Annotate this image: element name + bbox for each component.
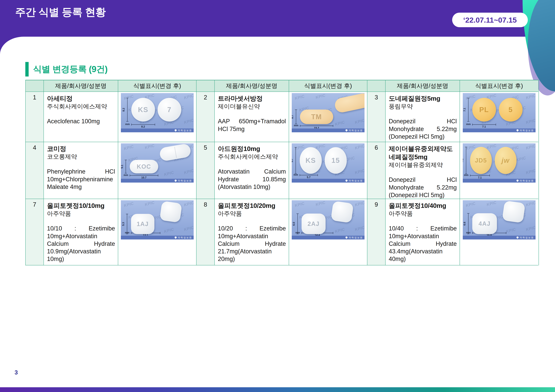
measure-label: 7.1 [482,125,486,128]
photo-credit-bar: 약학정보원 [121,128,194,132]
entry-number-cell: 1 [26,92,44,142]
kpic-logo-icon [345,179,348,182]
kpic-watermark: KPIC [294,94,305,101]
pill: 1AJ [131,214,154,234]
kpic-watermark: KPIC [486,200,497,207]
vertical-measure: 5.7 [296,147,296,174]
horizontal-measure: 10.7mm [130,175,158,176]
company-name: 제이더블유신약 [218,103,286,110]
col-header-blank [197,80,215,92]
kpic-watermark: KPIC [144,200,155,207]
entry-info-cell: 아드원정10mg주식회사케이에스제약Atorvastatin Calcium H… [215,142,289,199]
ingredient-text: 10/10 : Ezetimibe 10mg+Atorvastatin Calc… [47,225,115,263]
photo-credit-bar: 약학정보원 [121,236,194,239]
page-number: 3 [15,369,18,376]
company-name: 풍림무약 [389,103,457,110]
entry-number-cell: 8 [197,199,215,265]
product-name: 트라마셋서방정 [218,94,286,103]
measure-line [468,98,468,121]
photo-credit-bar: 약학정보원 [292,236,365,239]
measure-label: 5.7 [292,158,294,162]
photo-credit-text: 약학정보원 [349,179,363,182]
mm-unit-label: mm [296,231,300,234]
photo-credit-text: 약학정보원 [349,236,363,239]
photo-credit-text: 약학정보원 [520,129,534,132]
ingredient-text: Donepezil HCl Monohydrate 5.22mg (Donepe… [389,117,457,140]
entry-number-cell: 6 [367,142,386,199]
pill: KS [131,98,155,121]
measure-line [466,147,466,174]
kpic-watermark: KPIC [505,227,516,234]
kpic-logo-icon [517,129,518,132]
pill: JD5 [470,147,492,174]
pill: PL [472,98,496,121]
pill-imprint: 4AJ [479,220,491,227]
pill-imprint: JD5 [475,157,487,164]
photo-credit-text: 약학정보원 [178,236,192,239]
company-name: 아주약품 [47,210,115,217]
vertical-measure: 7.1 [466,147,466,174]
measure-line [296,147,296,174]
pill-photo: KPICKPICKPICKPICKPICKPICKPICKPICKPICKPIC… [292,200,365,239]
pill [334,93,364,114]
col-header-blank [26,80,44,92]
col-header-mark: 식별표시(변경 후) [118,80,197,92]
entry-number-cell: 3 [367,92,386,142]
col-header-product: 제품/회사명/성분명 [44,80,118,92]
measure-label: 8.2 [141,125,145,128]
vertical-measure: 5.1 [126,160,126,173]
photo-credit-bar: 약학정보원 [121,179,194,183]
kpic-watermark: KPIC [354,118,365,125]
measure-line [127,214,127,234]
ingredient-text: Donepezil HCl Monohydrate 5.22mg (Donepe… [389,176,457,199]
entry-info-cell: 아세티정주식회사케이에스제약Aceclofenac 100mg [44,92,118,142]
kpic-watermark: KPIC [183,93,194,100]
pill-imprint: 2AJ [307,221,320,227]
col-header-mark: 식별표시(변경 후) [289,80,367,92]
horizontal-measure: 7.1mm [472,124,496,125]
entry-info-cell: 도네페질원정5mg풍림무약Donepezil HCl Monohydrate 5… [386,92,460,142]
kpic-watermark: KPIC [486,143,497,150]
pill [502,200,525,223]
vertical-measure: 6.0 [297,214,298,234]
vertical-measure: 6.6 [468,213,468,234]
mm-unit-label: mm [294,124,298,127]
entry-photo-cell: KPICKPICKPICKPICKPICKPICKPICKPICKPICKPIC… [460,142,538,199]
pill-photo: KPICKPICKPICKPICKPICKPICKPICKPICKPICKPIC… [463,93,535,132]
entry-info-cell: 올피토젯정10/10mg아주약품10/10 : Ezetimibe 10mg+A… [44,199,118,265]
ingredient-text: Atorvastatin Calcium Hydrate 10.85mg (At… [218,168,286,191]
kpic-watermark: KPIC [183,200,194,207]
pill-imprint: 5 [509,106,513,114]
photo-credit-bar: 약학정보원 [292,179,365,183]
pill: 4AJ [472,213,497,234]
company-name: 코오롱제약 [47,153,115,160]
kpic-watermark: KPIC [123,94,134,101]
pill-imprint: PL [479,106,489,114]
pill-photo: KPICKPICKPICKPICKPICKPICKPICKPICKPICKPIC… [121,200,194,239]
mm-unit-label: mm [466,231,471,234]
ingredient-text: Phenylephrine HCl 10mg+Chlorpheniramine … [47,168,115,191]
photo-credit-bar: 약학정보원 [463,128,535,132]
kpic-watermark: KPIC [465,201,476,208]
col-header-product: 제품/회사명/성분명 [215,80,289,92]
product-name: 올피토젯정10/10mg [47,201,115,210]
pill: KOC [130,160,158,173]
kpic-watermark: KPIC [525,200,535,207]
pill: KS [300,147,322,174]
company-name: 아주약품 [218,210,286,217]
pill-photo: KPICKPICKPICKPICKPICKPICKPICKPICKPICKPIC… [121,143,194,183]
photo-credit-text: 약학정보원 [178,129,192,132]
kpic-watermark: KPIC [183,118,194,125]
measure-label: 5.7 [307,176,311,179]
photo-credit-text: 약학정보원 [520,236,534,239]
kpic-watermark: KPIC [354,168,365,175]
mm-unit-label: mm [466,123,471,126]
kpic-logo-icon [345,129,348,132]
entry-photo-cell: KPICKPICKPICKPICKPICKPICKPICKPICKPICKPIC… [118,142,197,199]
kpic-watermark: KPIC [315,93,326,100]
ingredient-text: AAP 650mg+Tramadol HCl 75mg [218,117,286,133]
pill: TM [300,110,333,124]
horizontal-measure: 8.2mm [131,124,155,125]
pill-imprint: KOC [137,163,151,170]
kpic-watermark: KPIC [334,227,345,234]
